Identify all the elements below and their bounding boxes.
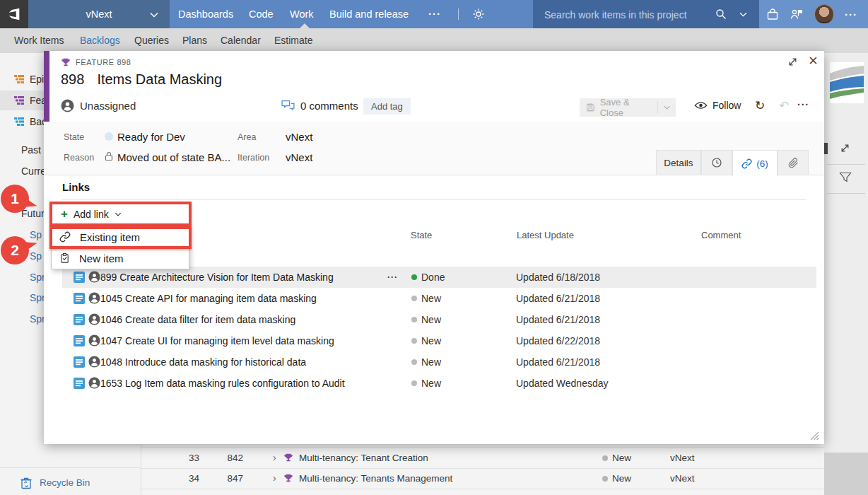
annotation-step-1-badge: 1: [1, 185, 29, 213]
iteration-value[interactable]: vNext: [286, 151, 312, 163]
menu-item-new-item[interactable]: New item: [52, 248, 189, 269]
add-link-button[interactable]: + Add link: [52, 202, 122, 226]
filter-icon[interactable]: [839, 172, 852, 183]
assigned-to-value: Unassigned: [80, 100, 136, 112]
cumulative-flow-chart-thumbnail[interactable]: [830, 62, 864, 103]
vsts-logo[interactable]: [0, 0, 28, 28]
column-header-state[interactable]: State: [411, 230, 432, 240]
column-header-comment[interactable]: Comment: [701, 230, 741, 240]
settings-gear-button[interactable]: [472, 8, 485, 23]
tab-links[interactable]: (6): [732, 150, 778, 176]
linked-item-title[interactable]: 1048 Introduce data masking for historic…: [100, 351, 306, 373]
work-item-title[interactable]: Multi-tenancy: Tenant Creation: [299, 448, 428, 468]
follow-button[interactable]: Follow: [694, 100, 741, 111]
state-dot: [411, 274, 417, 280]
nav-dashboards[interactable]: Dashboards: [178, 0, 233, 28]
row-context-menu-button[interactable]: ···: [387, 267, 398, 288]
state-value: Done: [421, 267, 445, 288]
person-avatar-icon: [88, 313, 100, 325]
tab-backlogs[interactable]: Backlogs: [80, 28, 120, 53]
state-value[interactable]: Ready for Dev: [117, 131, 185, 143]
annotation-step-2-badge: 2: [1, 236, 29, 264]
work-item-title-row[interactable]: 898Items Data Masking: [61, 71, 222, 91]
backlog-row-842[interactable]: 33 842 › Multi-tenancy: Tenant Creation …: [141, 447, 824, 469]
dialog-meta-row: Unassigned 0 comments Add tag Save & Clo…: [44, 96, 824, 119]
area-label: Area: [237, 132, 256, 142]
user-avatar[interactable]: [814, 4, 834, 24]
add-tag-button[interactable]: Add tag: [363, 98, 411, 115]
expand-chart-icon[interactable]: [840, 143, 850, 153]
dialog-overflow-button[interactable]: ···: [797, 99, 809, 110]
linked-item-title[interactable]: 1047 Create UI for managing item level d…: [100, 330, 334, 351]
state-dot: [411, 317, 417, 322]
state-dot: [602, 455, 608, 461]
linked-item-row-899[interactable]: 899 Create Architecture Vision for Item …: [62, 267, 816, 288]
state-dot: [411, 359, 417, 365]
marketplace-bag-icon[interactable]: [766, 8, 779, 21]
close-dialog-icon[interactable]: ×: [809, 52, 818, 70]
comments-counter[interactable]: 0 comments: [281, 100, 358, 112]
panel-bottom-block: [824, 453, 868, 495]
search-scope-chevron-icon[interactable]: [739, 12, 747, 17]
menu-item-existing-item[interactable]: Existing item: [52, 226, 189, 248]
linked-item-row-1045[interactable]: 1045 Create API for managing item data m…: [62, 288, 816, 309]
vsts-logo-icon: [6, 6, 22, 22]
backlog-item-icon: [74, 293, 85, 304]
profile-overflow-button[interactable]: ···: [845, 8, 857, 21]
state-value: New: [421, 373, 441, 394]
expand-chevron-icon[interactable]: ›: [273, 468, 276, 489]
feedback-icon[interactable]: [790, 8, 804, 21]
project-selector[interactable]: vNext: [28, 0, 170, 28]
backlog-row-847[interactable]: 34 847 › Multi-tenancy: Tenants Manageme…: [141, 468, 824, 489]
tab-estimate[interactable]: Estimate: [274, 28, 312, 53]
person-avatar-icon: [88, 377, 100, 389]
sidebar-divider: [0, 467, 141, 468]
linked-item-title[interactable]: 1045 Create API for managing item data m…: [100, 288, 317, 309]
column-header-latest-update[interactable]: Latest Update: [517, 230, 574, 240]
work-item-title[interactable]: Multi-tenancy: Tenants Management: [299, 468, 452, 489]
tab-history[interactable]: [701, 150, 732, 175]
save-and-close-button[interactable]: Save & Close: [580, 98, 676, 117]
search-input[interactable]: [543, 0, 712, 30]
tab-queries[interactable]: Queries: [134, 28, 169, 53]
backlog-item-icon: [74, 378, 85, 389]
linked-item-title[interactable]: 1653 Log Item data masking rules configu…: [100, 373, 345, 394]
linked-item-row-1653[interactable]: 1653 Log Item data masking rules configu…: [62, 373, 816, 394]
tab-details[interactable]: Details: [656, 150, 701, 175]
top-nav: vNext Dashboards Code Work Build and rel…: [0, 0, 868, 28]
search-icon[interactable]: [715, 8, 727, 20]
follow-eye-icon: [694, 100, 708, 110]
recycle-bin-link[interactable]: Recycle Bin: [0, 472, 141, 494]
state-color-dot: [105, 132, 113, 141]
linked-item-row-1047[interactable]: 1047 Create UI for managing item level d…: [62, 330, 816, 351]
tab-plans[interactable]: Plans: [182, 28, 207, 53]
follow-label: Follow: [712, 100, 741, 111]
tab-calendar[interactable]: Calendar: [221, 28, 261, 53]
features-level-icon: [14, 95, 24, 105]
area-value[interactable]: vNext: [286, 131, 312, 143]
dialog-resize-grip[interactable]: [810, 431, 819, 441]
tab-work-items[interactable]: Work Items: [14, 28, 64, 53]
linked-item-row-1046[interactable]: 1046 Create data filter for item data ma…: [62, 309, 816, 330]
hub-nav: Work Items Backlogs Queries Plans Calend…: [0, 28, 868, 53]
person-avatar-icon: [88, 292, 100, 304]
screen: vNext Dashboards Code Work Build and rel…: [0, 0, 868, 495]
assigned-to-field[interactable]: Unassigned: [61, 99, 136, 112]
state-value: New: [612, 468, 631, 489]
linked-item-title[interactable]: 1046 Create data filter for item data ma…: [100, 309, 295, 330]
chart-side-panel: [824, 53, 868, 453]
linked-item-title[interactable]: 899 Create Architecture Vision for Item …: [100, 267, 334, 288]
tab-attachments[interactable]: [778, 150, 809, 175]
nav-build-and-release[interactable]: Build and release: [329, 0, 409, 28]
linked-item-row-1048[interactable]: 1048 Introduce data masking for historic…: [62, 351, 816, 373]
refresh-icon[interactable]: ↻: [755, 98, 765, 113]
maximize-dialog-icon[interactable]: [787, 57, 798, 67]
work-item-id: 898: [61, 71, 84, 87]
link-chain-icon: [59, 231, 71, 243]
panel-divider: [827, 164, 865, 165]
nav-code[interactable]: Code: [249, 0, 274, 28]
save-options-chevron-icon[interactable]: [664, 105, 670, 110]
expand-chevron-icon[interactable]: ›: [273, 448, 276, 468]
nav-overflow-button[interactable]: ···: [428, 0, 441, 28]
nav-divider: [458, 8, 459, 20]
